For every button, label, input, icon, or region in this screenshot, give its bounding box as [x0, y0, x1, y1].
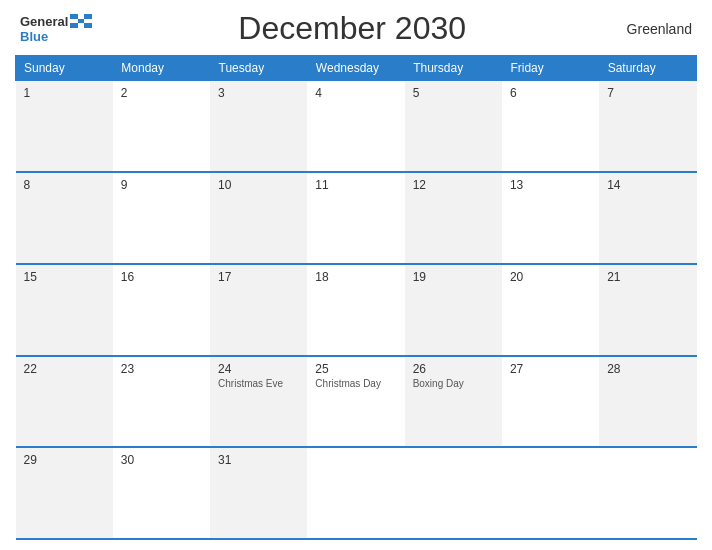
day-number: 12 — [413, 178, 494, 192]
day-cell: 7 — [599, 81, 696, 173]
day-number: 24 — [218, 362, 299, 376]
day-number: 14 — [607, 178, 688, 192]
holiday-label: Christmas Day — [315, 378, 396, 389]
day-number: 29 — [24, 453, 105, 467]
holiday-label: Christmas Eve — [218, 378, 299, 389]
day-number: 8 — [24, 178, 105, 192]
day-cell: 20 — [502, 264, 599, 356]
week-row-5: 293031 — [16, 447, 697, 539]
calendar-container: General Blue December 2030 Greenland Sun… — [0, 0, 712, 550]
day-cell: 1 — [16, 81, 113, 173]
day-number: 30 — [121, 453, 202, 467]
day-number: 20 — [510, 270, 591, 284]
week-row-2: 891011121314 — [16, 172, 697, 264]
day-cell: 25Christmas Day — [307, 356, 404, 448]
day-number: 3 — [218, 86, 299, 100]
day-cell: 18 — [307, 264, 404, 356]
day-cell: 30 — [113, 447, 210, 539]
day-cell — [599, 447, 696, 539]
weekday-header-monday: Monday — [113, 56, 210, 81]
day-cell: 4 — [307, 81, 404, 173]
day-number: 9 — [121, 178, 202, 192]
day-number: 6 — [510, 86, 591, 100]
day-cell: 6 — [502, 81, 599, 173]
day-number: 23 — [121, 362, 202, 376]
day-cell: 22 — [16, 356, 113, 448]
day-number: 16 — [121, 270, 202, 284]
calendar-header: General Blue December 2030 Greenland — [15, 10, 697, 47]
day-cell: 8 — [16, 172, 113, 264]
day-cell: 16 — [113, 264, 210, 356]
day-number: 18 — [315, 270, 396, 284]
weekday-header-thursday: Thursday — [405, 56, 502, 81]
weekday-header-saturday: Saturday — [599, 56, 696, 81]
region-label: Greenland — [612, 21, 692, 37]
day-cell — [405, 447, 502, 539]
day-number: 27 — [510, 362, 591, 376]
day-cell: 14 — [599, 172, 696, 264]
day-number: 26 — [413, 362, 494, 376]
day-cell: 21 — [599, 264, 696, 356]
week-row-1: 1234567 — [16, 81, 697, 173]
svg-marker-3 — [78, 19, 84, 23]
day-cell: 26Boxing Day — [405, 356, 502, 448]
logo-blue-text: Blue — [20, 29, 48, 44]
day-cell: 3 — [210, 81, 307, 173]
day-cell: 27 — [502, 356, 599, 448]
day-cell — [307, 447, 404, 539]
day-cell: 10 — [210, 172, 307, 264]
calendar-table: SundayMondayTuesdayWednesdayThursdayFrid… — [15, 55, 697, 540]
day-number: 15 — [24, 270, 105, 284]
day-number: 22 — [24, 362, 105, 376]
weekday-header-wednesday: Wednesday — [307, 56, 404, 81]
day-number: 25 — [315, 362, 396, 376]
day-number: 7 — [607, 86, 688, 100]
day-cell: 5 — [405, 81, 502, 173]
day-number: 11 — [315, 178, 396, 192]
weekday-header-sunday: Sunday — [16, 56, 113, 81]
day-cell: 13 — [502, 172, 599, 264]
week-row-4: 222324Christmas Eve25Christmas Day26Boxi… — [16, 356, 697, 448]
day-cell: 12 — [405, 172, 502, 264]
day-number: 21 — [607, 270, 688, 284]
day-cell: 24Christmas Eve — [210, 356, 307, 448]
day-cell: 28 — [599, 356, 696, 448]
logo-general-text: General — [20, 14, 68, 29]
day-number: 19 — [413, 270, 494, 284]
day-cell: 19 — [405, 264, 502, 356]
day-cell: 9 — [113, 172, 210, 264]
weekday-header-row: SundayMondayTuesdayWednesdayThursdayFrid… — [16, 56, 697, 81]
logo-flag-icon — [70, 14, 92, 28]
day-cell: 11 — [307, 172, 404, 264]
day-number: 28 — [607, 362, 688, 376]
logo: General Blue — [20, 14, 92, 44]
day-number: 13 — [510, 178, 591, 192]
day-cell: 15 — [16, 264, 113, 356]
holiday-label: Boxing Day — [413, 378, 494, 389]
weekday-header-friday: Friday — [502, 56, 599, 81]
day-cell: 17 — [210, 264, 307, 356]
day-cell: 23 — [113, 356, 210, 448]
day-number: 4 — [315, 86, 396, 100]
weekday-header-tuesday: Tuesday — [210, 56, 307, 81]
day-number: 10 — [218, 178, 299, 192]
day-number: 5 — [413, 86, 494, 100]
day-number: 17 — [218, 270, 299, 284]
day-cell: 2 — [113, 81, 210, 173]
day-number: 2 — [121, 86, 202, 100]
day-cell: 31 — [210, 447, 307, 539]
day-number: 31 — [218, 453, 299, 467]
month-title: December 2030 — [238, 10, 466, 47]
day-cell — [502, 447, 599, 539]
week-row-3: 15161718192021 — [16, 264, 697, 356]
day-cell: 29 — [16, 447, 113, 539]
day-number: 1 — [24, 86, 105, 100]
